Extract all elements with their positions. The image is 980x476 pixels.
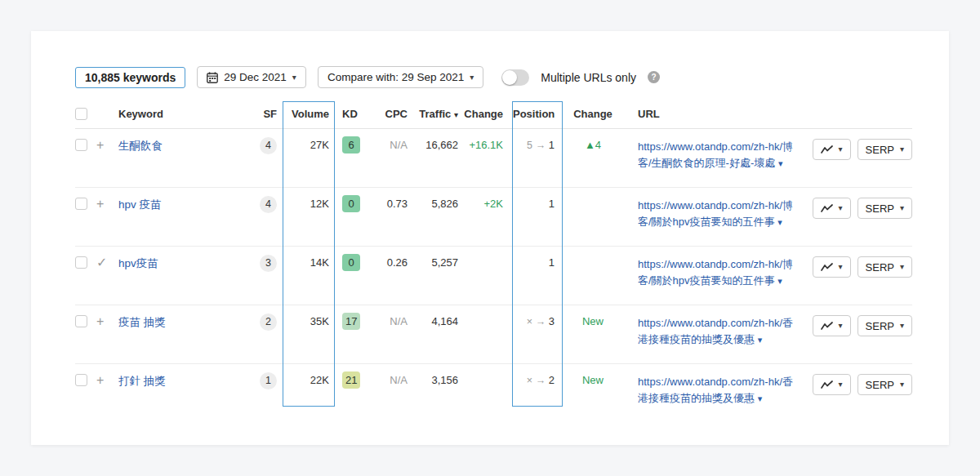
url-link[interactable]: https://www.otandp.com/zh-hk/香港接種疫苗的抽獎及優… [638,374,795,406]
table-row: + 打針 抽獎 1 22K 21 N/A 3,156 × → 2 New htt… [75,364,912,423]
cpc-value: N/A [367,129,408,151]
column-header-volume[interactable]: Volume [277,103,336,120]
toggle-knob [502,70,517,85]
date-selector-button[interactable]: 29 Dec 2021 ▾ [197,66,306,88]
chevron-down-icon: ▾ [839,263,843,271]
line-chart-icon [821,204,833,213]
url-link[interactable]: https://www.otandp.com/zh-hk/博客/生酮飲食的原理-… [638,139,795,171]
keyword-link[interactable]: 生酮飲食 [118,140,163,152]
keyword-link[interactable]: hpv疫苗 [118,257,158,269]
column-header-position[interactable]: Position [503,103,563,120]
position-history-chart-button[interactable]: ▾ [813,374,851,395]
add-keyword-icon[interactable]: + [96,373,104,387]
cpc-value: N/A [367,364,408,386]
traffic-value: 3,156 [408,364,458,386]
select-all-checkbox[interactable] [75,108,87,120]
line-chart-icon [821,380,833,389]
url-expand-caret-icon[interactable]: ▾ [758,335,763,345]
serp-button[interactable]: SERP▾ [858,315,912,336]
url-expand-caret-icon[interactable]: ▾ [758,394,763,403]
traffic-change-value: +2K [458,188,503,210]
multiple-urls-toggle[interactable] [501,69,529,86]
kd-badge: 17 [342,313,360,330]
url-link[interactable]: https://www.otandp.com/zh-hk/博客/關於hpv疫苗要… [638,256,795,288]
added-keyword-check-icon[interactable]: ✓ [96,256,107,269]
volume-value: 22K [277,364,336,386]
kd-badge: 21 [342,371,360,389]
serp-features-badge: 4 [260,196,277,213]
traffic-change-value [458,364,503,374]
position-value: 1 [503,247,563,269]
row-checkbox[interactable] [75,374,87,386]
position-history-chart-button[interactable]: ▾ [813,315,851,336]
add-keyword-icon[interactable]: + [96,314,104,328]
keyword-link[interactable]: hpv 疫苗 [118,198,162,211]
traffic-value: 4,164 [408,305,458,327]
column-header-kd[interactable]: KD [336,103,367,120]
row-checkbox[interactable] [75,256,87,269]
serp-button[interactable]: SERP▾ [858,198,912,219]
position-history-chart-button[interactable]: ▾ [813,256,851,278]
position-change-value [563,247,613,256]
cpc-value: 0.26 [367,247,408,269]
table-row: + 生酮飲食 4 27K 6 N/A 16,662 +16.1K 5 → 1 ▲… [75,129,912,188]
row-checkbox[interactable] [75,315,87,327]
serp-button[interactable]: SERP▾ [858,374,912,395]
table-row: + hpv 疫苗 4 12K 0 0.73 5,826 +2K 1 https:… [75,188,912,247]
traffic-value: 5,826 [408,188,458,210]
kd-badge: 0 [342,195,360,212]
kd-badge: 6 [342,136,360,153]
url-expand-caret-icon[interactable]: ▾ [777,276,782,286]
chevron-down-icon: ▾ [839,380,843,389]
traffic-change-value: +16.1K [458,129,503,151]
compare-selector-label: Compare with: 29 Sep 2021 [327,71,464,83]
url-link[interactable]: https://www.otandp.com/zh-hk/香港接種疫苗的抽獎及優… [638,315,795,347]
column-header-traffic[interactable]: Traffic ▾ [408,103,458,120]
table-row: ✓ hpv疫苗 3 14K 0 0.26 5,257 1 https://www… [75,247,912,305]
url-expand-caret-icon[interactable]: ▾ [777,217,782,227]
position-change-value: New [563,364,613,386]
table-row: + 疫苗 抽獎 2 35K 17 N/A 4,164 × → 3 New htt… [75,305,912,364]
arrow-right-icon: → [536,375,546,386]
position-change-value [563,188,613,198]
chevron-down-icon: ▾ [900,322,904,330]
cpc-value: 0.73 [367,188,408,210]
add-keyword-icon[interactable]: + [96,197,104,211]
toolbar: 10,885 keywords 29 Dec 2021 ▾ Compare wi… [75,66,912,88]
position-value: 5 → 1 [503,129,563,151]
chevron-down-icon: ▾ [839,322,843,330]
chevron-down-icon: ▾ [900,263,904,271]
position-value: × → 2 [503,364,563,386]
arrow-right-icon: → [536,140,546,151]
volume-value: 35K [277,305,336,327]
table-header-row: Keyword SF Volume KD CPC Traffic ▾ Chang… [75,103,912,129]
add-keyword-icon[interactable]: + [96,138,104,152]
position-history-chart-button[interactable]: ▾ [813,139,851,160]
position-change-value: ▲4 [563,129,613,151]
line-chart-icon [821,263,833,272]
cpc-value: N/A [367,305,408,327]
column-header-sf[interactable]: SF [249,103,277,120]
serp-button[interactable]: SERP▾ [858,139,912,160]
url-expand-caret-icon[interactable]: ▾ [778,158,783,168]
position-history-chart-button[interactable]: ▾ [813,198,851,219]
serp-button[interactable]: SERP▾ [858,256,912,278]
traffic-value: 16,662 [408,129,458,151]
keyword-link[interactable]: 疫苗 抽獎 [118,316,166,328]
arrow-right-icon: → [536,316,546,327]
row-checkbox[interactable] [75,198,87,210]
traffic-change-value [458,247,503,256]
help-icon[interactable]: ? [648,71,660,83]
column-header-cpc[interactable]: CPC [367,103,408,120]
column-header-change[interactable]: Change [458,103,503,120]
url-link[interactable]: https://www.otandp.com/zh-hk/博客/關於hpv疫苗要… [638,198,795,229]
column-header-position-change[interactable]: Change [563,103,613,120]
row-checkbox[interactable] [75,139,87,151]
position-value: × → 3 [503,305,563,327]
chevron-down-icon: ▾ [900,380,904,389]
column-header-keyword[interactable]: Keyword [118,103,249,120]
keywords-report-card: 10,885 keywords 29 Dec 2021 ▾ Compare wi… [31,31,949,445]
keyword-link[interactable]: 打針 抽獎 [118,375,166,387]
compare-selector-button[interactable]: Compare with: 29 Sep 2021 ▾ [318,66,483,88]
column-header-url[interactable]: URL [613,103,793,120]
